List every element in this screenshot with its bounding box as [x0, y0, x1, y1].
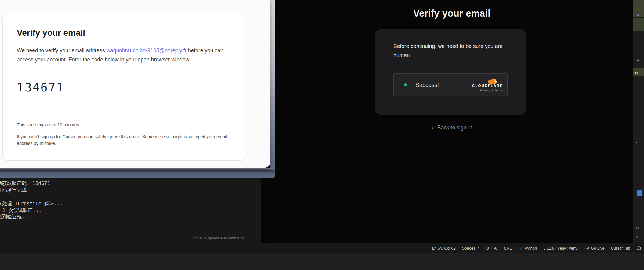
status-encoding[interactable]: UTF-8: [486, 246, 497, 250]
terminal-panel[interactable]: 功获取验证码: 134671 证码填写完成 在处理 Turnstile 验证..…: [0, 178, 261, 243]
code-selection-block: [633, 18, 644, 31]
desktop: 功获取验证码: 134671 证码填写完成 在处理 Turnstile 验证..…: [0, 0, 644, 270]
taskbar: S 1:43 PM 2/12/2025 z: [0, 253, 644, 270]
human-check-text: Before continuing, we need to be sure yo…: [393, 42, 512, 60]
email-body: We need to verify your email address waq…: [17, 46, 233, 64]
code-expiry-note: This code expires in 10 minutes.: [17, 122, 80, 127]
cloudflare-wordmark: CLOUDFLARE: [472, 84, 503, 87]
terms-link[interactable]: Terms: [494, 88, 503, 92]
chevron-left-icon: ‹: [431, 124, 433, 131]
terminal-line: 功获取验证码: 134671: [0, 180, 50, 187]
back-to-signin-link[interactable]: ‹ Back to sign-in: [270, 124, 633, 131]
success-dot-icon: [404, 83, 407, 86]
window-bottom-bar: [0, 168, 275, 178]
back-to-signin-label: Back to sign-in: [437, 124, 472, 131]
email-address-link[interactable]: waquobraucoibo-9105@noreply.fr: [106, 47, 186, 54]
code-fragment: co: [634, 12, 639, 17]
cloudflare-cloud-icon: [486, 78, 499, 84]
close-icon[interactable]: ×: [636, 235, 638, 240]
status-language[interactable]: { } Python: [520, 246, 537, 250]
window-right-edge: [270, 0, 275, 170]
divider: [17, 109, 233, 109]
code-fragment: er: [634, 70, 639, 75]
email-card: Verify your email We need to verify your…: [2, 14, 245, 161]
verify-page: Verify your email Before continuing, we …: [270, 0, 633, 243]
terminal-line: 1 次尝试验证...: [2, 207, 42, 214]
minimap-indicator[interactable]: [637, 190, 642, 196]
email-panel: Verify your email We need to verify your…: [0, 0, 270, 168]
links-separator: •: [492, 88, 493, 92]
return-icon[interactable]: ↵: [636, 226, 639, 231]
human-check-card: Before continuing, we need to be sure yo…: [375, 29, 526, 115]
status-eol[interactable]: CRLF: [504, 246, 514, 250]
turnstile-widget: Success! CLOUDFLARE Privacy • Terms: [393, 73, 508, 96]
breakpoint-dot: [636, 142, 637, 143]
cloudflare-branding: CLOUDFLARE Privacy • Terms: [472, 78, 503, 92]
terminal-line: 证码填写完成: [0, 187, 27, 194]
status-indentation[interactable]: Spaces: 4: [462, 246, 480, 250]
code-fragment: _w: [634, 57, 639, 62]
verify-page-title: Verify your email: [270, 8, 633, 19]
braces-icon: { }: [520, 246, 523, 250]
email-disclaimer: If you didn't sign up for Cursor, you ca…: [17, 133, 230, 147]
terminal-line: 测到验证框...: [0, 214, 31, 220]
email-title: Verify your email: [17, 28, 85, 38]
editor-edge-sliver: co _w er ↵ ×: [633, 0, 644, 243]
turnstile-status: Success!: [415, 82, 439, 88]
status-cursor-tab[interactable]: Cursor Tab: [611, 246, 630, 250]
broadcast-icon: [585, 246, 589, 250]
privacy-link[interactable]: Privacy: [479, 88, 490, 92]
status-python-interpreter[interactable]: 3.12.8 ('venv': venv): [543, 246, 579, 250]
status-go-live-label: Go Live: [591, 246, 605, 250]
email-preview-window: Verify your email We need to verify your…: [0, 0, 275, 178]
notifications-bell-icon[interactable]: [637, 246, 642, 251]
status-bar: Ln 54, Col 62 Spaces: 4 UTF-8 CRLF { } P…: [0, 243, 644, 253]
status-cursor-position[interactable]: Ln 54, Col 62: [432, 246, 456, 250]
status-language-label: Python: [525, 246, 537, 250]
terminal-ctrlk-hint: Ctrl+K to generate a command: [192, 236, 244, 240]
verification-code: 134671: [17, 81, 64, 94]
status-go-live[interactable]: Go Live: [585, 246, 605, 250]
terminal-line: 在处理 Turnstile 验证...: [0, 201, 63, 207]
email-body-prefix: We need to verify your email address: [17, 47, 106, 54]
